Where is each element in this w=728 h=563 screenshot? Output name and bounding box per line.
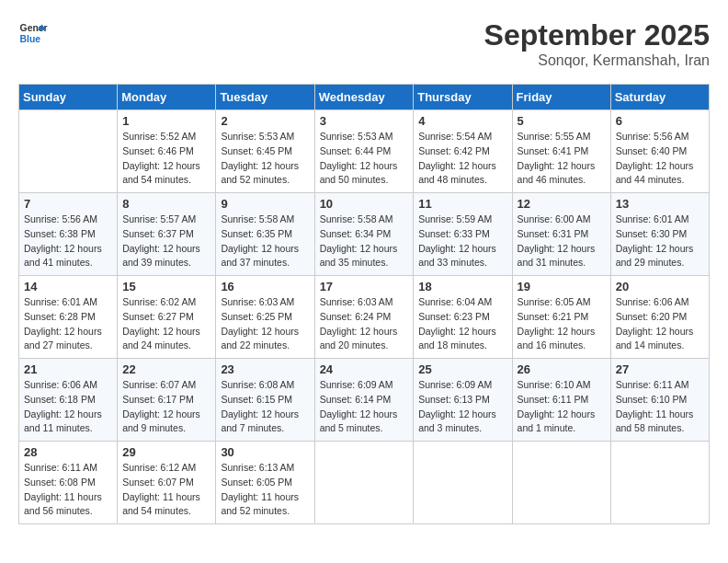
day-info: Sunrise: 5:57 AMSunset: 6:37 PMDaylight:… bbox=[122, 213, 210, 270]
day-number: 13 bbox=[616, 197, 704, 211]
day-info: Sunrise: 6:00 AMSunset: 6:31 PMDaylight:… bbox=[518, 213, 606, 270]
calendar-cell: 10 Sunrise: 5:58 AMSunset: 6:34 PMDaylig… bbox=[314, 193, 414, 276]
calendar-cell: 2 Sunrise: 5:53 AMSunset: 6:45 PMDayligh… bbox=[216, 110, 314, 193]
day-number: 6 bbox=[616, 114, 704, 128]
day-info: Sunrise: 5:56 AMSunset: 6:40 PMDaylight:… bbox=[616, 130, 704, 188]
calendar-cell: 19 Sunrise: 6:05 AMSunset: 6:21 PMDaylig… bbox=[512, 276, 610, 359]
day-info: Sunrise: 6:01 AMSunset: 6:28 PMDaylight:… bbox=[24, 295, 112, 353]
day-number: 17 bbox=[320, 280, 409, 293]
day-number: 26 bbox=[518, 362, 606, 376]
calendar-cell: 22 Sunrise: 6:07 AMSunset: 6:17 PMDaylig… bbox=[118, 359, 216, 442]
calendar-cell: 13 Sunrise: 6:01 AMSunset: 6:30 PMDaylig… bbox=[610, 193, 709, 276]
calendar-cell bbox=[19, 110, 118, 193]
day-info: Sunrise: 6:03 AMSunset: 6:25 PMDaylight:… bbox=[221, 295, 309, 353]
calendar-cell: 28 Sunrise: 6:11 AMSunset: 6:08 PMDaylig… bbox=[19, 442, 118, 524]
day-number: 27 bbox=[616, 362, 704, 376]
day-number: 14 bbox=[24, 280, 112, 293]
logo: General Blue bbox=[18, 18, 48, 48]
day-number: 22 bbox=[122, 362, 210, 376]
calendar-cell: 12 Sunrise: 6:00 AMSunset: 6:31 PMDaylig… bbox=[512, 193, 610, 276]
day-info: Sunrise: 6:01 AMSunset: 6:30 PMDaylight:… bbox=[616, 213, 704, 270]
calendar-week-row: 7 Sunrise: 5:56 AMSunset: 6:38 PMDayligh… bbox=[19, 193, 710, 276]
calendar-cell: 25 Sunrise: 6:09 AMSunset: 6:13 PMDaylig… bbox=[414, 359, 512, 442]
day-number: 25 bbox=[418, 362, 506, 376]
day-number: 19 bbox=[518, 280, 606, 293]
day-number: 1 bbox=[122, 114, 210, 128]
calendar-cell: 5 Sunrise: 5:55 AMSunset: 6:41 PMDayligh… bbox=[512, 110, 610, 193]
day-number: 20 bbox=[616, 280, 704, 293]
day-number: 7 bbox=[24, 197, 112, 211]
calendar-cell: 6 Sunrise: 5:56 AMSunset: 6:40 PMDayligh… bbox=[610, 110, 709, 193]
calendar-cell: 20 Sunrise: 6:06 AMSunset: 6:20 PMDaylig… bbox=[610, 276, 709, 359]
calendar-cell: 9 Sunrise: 5:58 AMSunset: 6:35 PMDayligh… bbox=[216, 193, 314, 276]
month-year-title: September 2025 bbox=[484, 18, 710, 52]
day-number: 21 bbox=[24, 362, 112, 376]
day-number: 2 bbox=[221, 114, 309, 128]
day-number: 4 bbox=[418, 114, 506, 128]
location-subtitle: Sonqor, Kermanshah, Iran bbox=[484, 52, 710, 69]
header-wednesday: Wednesday bbox=[314, 85, 414, 110]
day-info: Sunrise: 6:09 AMSunset: 6:13 PMDaylight:… bbox=[418, 378, 506, 436]
calendar-week-row: 1 Sunrise: 5:52 AMSunset: 6:46 PMDayligh… bbox=[19, 110, 710, 193]
calendar-cell: 1 Sunrise: 5:52 AMSunset: 6:46 PMDayligh… bbox=[118, 110, 216, 193]
calendar-cell: 18 Sunrise: 6:04 AMSunset: 6:23 PMDaylig… bbox=[414, 276, 512, 359]
day-info: Sunrise: 5:58 AMSunset: 6:35 PMDaylight:… bbox=[221, 213, 309, 270]
header-monday: Monday bbox=[118, 85, 216, 110]
day-info: Sunrise: 5:55 AMSunset: 6:41 PMDaylight:… bbox=[518, 130, 606, 188]
calendar-cell: 16 Sunrise: 6:03 AMSunset: 6:25 PMDaylig… bbox=[216, 276, 314, 359]
calendar-cell: 24 Sunrise: 6:09 AMSunset: 6:14 PMDaylig… bbox=[314, 359, 414, 442]
day-number: 30 bbox=[221, 445, 309, 459]
page-header: General Blue September 2025 Sonqor, Kerm… bbox=[18, 18, 710, 69]
title-area: September 2025 Sonqor, Kermanshah, Iran bbox=[484, 18, 710, 69]
logo-icon: General Blue bbox=[18, 18, 48, 48]
day-info: Sunrise: 6:04 AMSunset: 6:23 PMDaylight:… bbox=[418, 295, 506, 353]
calendar-cell: 23 Sunrise: 6:08 AMSunset: 6:15 PMDaylig… bbox=[216, 359, 314, 442]
day-info: Sunrise: 6:11 AMSunset: 6:08 PMDaylight:… bbox=[24, 461, 112, 519]
calendar-cell bbox=[610, 442, 709, 524]
day-info: Sunrise: 6:06 AMSunset: 6:20 PMDaylight:… bbox=[616, 295, 704, 353]
calendar-cell: 27 Sunrise: 6:11 AMSunset: 6:10 PMDaylig… bbox=[610, 359, 709, 442]
calendar-week-row: 28 Sunrise: 6:11 AMSunset: 6:08 PMDaylig… bbox=[19, 442, 710, 524]
day-info: Sunrise: 6:10 AMSunset: 6:11 PMDaylight:… bbox=[518, 378, 606, 436]
day-info: Sunrise: 5:52 AMSunset: 6:46 PMDaylight:… bbox=[122, 130, 210, 188]
day-info: Sunrise: 6:13 AMSunset: 6:05 PMDaylight:… bbox=[221, 461, 309, 519]
calendar-cell: 3 Sunrise: 5:53 AMSunset: 6:44 PMDayligh… bbox=[314, 110, 414, 193]
day-info: Sunrise: 5:54 AMSunset: 6:42 PMDaylight:… bbox=[418, 130, 506, 188]
day-number: 23 bbox=[221, 362, 309, 376]
day-info: Sunrise: 6:06 AMSunset: 6:18 PMDaylight:… bbox=[24, 378, 112, 436]
header-thursday: Thursday bbox=[414, 85, 512, 110]
day-info: Sunrise: 5:59 AMSunset: 6:33 PMDaylight:… bbox=[418, 213, 506, 270]
day-info: Sunrise: 6:11 AMSunset: 6:10 PMDaylight:… bbox=[616, 378, 704, 436]
day-info: Sunrise: 6:09 AMSunset: 6:14 PMDaylight:… bbox=[320, 378, 409, 436]
calendar-cell: 14 Sunrise: 6:01 AMSunset: 6:28 PMDaylig… bbox=[19, 276, 118, 359]
calendar-header-row: SundayMondayTuesdayWednesdayThursdayFrid… bbox=[19, 85, 710, 110]
day-info: Sunrise: 6:05 AMSunset: 6:21 PMDaylight:… bbox=[518, 295, 606, 353]
calendar-cell: 4 Sunrise: 5:54 AMSunset: 6:42 PMDayligh… bbox=[414, 110, 512, 193]
header-saturday: Saturday bbox=[610, 85, 709, 110]
calendar-cell: 21 Sunrise: 6:06 AMSunset: 6:18 PMDaylig… bbox=[19, 359, 118, 442]
day-info: Sunrise: 6:12 AMSunset: 6:07 PMDaylight:… bbox=[122, 461, 210, 519]
header-sunday: Sunday bbox=[19, 85, 118, 110]
day-number: 28 bbox=[24, 445, 112, 459]
calendar-cell: 26 Sunrise: 6:10 AMSunset: 6:11 PMDaylig… bbox=[512, 359, 610, 442]
calendar-cell: 11 Sunrise: 5:59 AMSunset: 6:33 PMDaylig… bbox=[414, 193, 512, 276]
day-number: 10 bbox=[320, 197, 409, 211]
day-number: 16 bbox=[221, 280, 309, 293]
day-info: Sunrise: 6:07 AMSunset: 6:17 PMDaylight:… bbox=[122, 378, 210, 436]
day-info: Sunrise: 6:03 AMSunset: 6:24 PMDaylight:… bbox=[320, 295, 409, 353]
day-info: Sunrise: 5:58 AMSunset: 6:34 PMDaylight:… bbox=[320, 213, 409, 270]
calendar-week-row: 14 Sunrise: 6:01 AMSunset: 6:28 PMDaylig… bbox=[19, 276, 710, 359]
calendar-cell: 7 Sunrise: 5:56 AMSunset: 6:38 PMDayligh… bbox=[19, 193, 118, 276]
day-info: Sunrise: 6:08 AMSunset: 6:15 PMDaylight:… bbox=[221, 378, 309, 436]
day-number: 3 bbox=[320, 114, 409, 128]
header-friday: Friday bbox=[512, 85, 610, 110]
day-number: 24 bbox=[320, 362, 409, 376]
calendar-cell bbox=[512, 442, 610, 524]
day-number: 9 bbox=[221, 197, 309, 211]
day-info: Sunrise: 5:53 AMSunset: 6:44 PMDaylight:… bbox=[320, 130, 409, 188]
day-number: 5 bbox=[518, 114, 606, 128]
day-info: Sunrise: 6:02 AMSunset: 6:27 PMDaylight:… bbox=[122, 295, 210, 353]
day-number: 12 bbox=[518, 197, 606, 211]
calendar-cell: 30 Sunrise: 6:13 AMSunset: 6:05 PMDaylig… bbox=[216, 442, 314, 524]
calendar-cell: 17 Sunrise: 6:03 AMSunset: 6:24 PMDaylig… bbox=[314, 276, 414, 359]
